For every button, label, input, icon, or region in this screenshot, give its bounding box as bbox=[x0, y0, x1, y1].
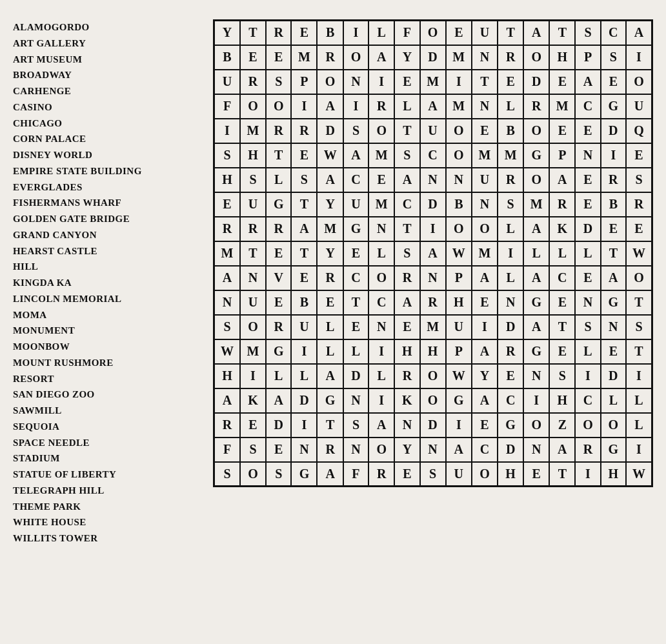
grid-cell: G bbox=[601, 438, 626, 462]
grid-cell: B bbox=[214, 45, 240, 70]
grid-cell: M bbox=[240, 119, 266, 143]
grid-cell: E bbox=[266, 290, 291, 315]
grid-cell: P bbox=[446, 339, 472, 364]
word-item: ALAMOGORDO bbox=[13, 19, 194, 35]
grid-cell: O bbox=[317, 70, 343, 94]
grid-cell: I bbox=[343, 21, 368, 45]
grid-row: IMRRDSOTUOEBOEEDQ bbox=[214, 119, 652, 143]
grid-row: ANVERCORNPALACEAO bbox=[214, 266, 652, 290]
grid-container: YTREBILFOEUTATSCABEEMROAYDMNROHPSIURSPON… bbox=[213, 13, 653, 631]
grid-cell: L bbox=[575, 241, 600, 266]
grid-cell: D bbox=[343, 364, 368, 388]
grid-cell: R bbox=[266, 315, 291, 339]
word-item: RESORT bbox=[13, 371, 194, 387]
grid-cell: O bbox=[420, 364, 446, 388]
grid-cell: R bbox=[626, 192, 652, 217]
grid-cell: T bbox=[549, 21, 575, 45]
grid-cell: G bbox=[523, 290, 549, 315]
grid-cell: I bbox=[523, 388, 549, 413]
word-item: SAWMILL bbox=[13, 403, 194, 419]
grid-cell: S bbox=[498, 192, 523, 217]
grid-cell: A bbox=[549, 438, 575, 462]
grid-cell: E bbox=[601, 70, 626, 94]
grid-cell: G bbox=[523, 339, 549, 364]
grid-cell: N bbox=[343, 388, 368, 413]
word-item: ART MUSEUM bbox=[13, 52, 194, 68]
grid-cell: T bbox=[266, 143, 291, 168]
grid-cell: O bbox=[368, 119, 394, 143]
grid-cell: E bbox=[266, 45, 291, 70]
grid-cell: E bbox=[394, 70, 419, 94]
grid-cell: O bbox=[626, 266, 652, 290]
grid-cell: W bbox=[317, 143, 343, 168]
grid-cell: A bbox=[420, 94, 446, 119]
grid-cell: G bbox=[601, 290, 626, 315]
word-item: WHITE HOUSE bbox=[13, 514, 194, 530]
grid-cell: T bbox=[240, 21, 266, 45]
grid-cell: N bbox=[394, 413, 419, 438]
word-item: SPACE NEEDLE bbox=[13, 435, 194, 451]
grid-cell: I bbox=[626, 45, 652, 70]
grid-cell: R bbox=[394, 266, 419, 290]
grid-cell: T bbox=[343, 290, 368, 315]
grid-cell: Y bbox=[317, 241, 343, 266]
grid-cell: M bbox=[446, 94, 472, 119]
grid-cell: O bbox=[343, 45, 368, 70]
grid-cell: Y bbox=[317, 192, 343, 217]
grid-cell: C bbox=[343, 168, 368, 192]
grid-cell: A bbox=[446, 438, 472, 462]
grid-cell: S bbox=[343, 119, 368, 143]
grid-row: MTETYELSAWMILLLTW bbox=[214, 241, 652, 266]
grid-cell: G bbox=[343, 217, 368, 241]
word-item: MOUNT RUSHMORE bbox=[13, 355, 194, 371]
grid-cell: R bbox=[549, 192, 575, 217]
grid-cell: A bbox=[394, 168, 419, 192]
grid-cell: I bbox=[575, 462, 600, 487]
grid-row: WMGILLIHHPARGELET bbox=[214, 339, 652, 364]
grid-cell: C bbox=[575, 94, 600, 119]
grid-cell: R bbox=[575, 438, 600, 462]
grid-cell: F bbox=[214, 438, 240, 462]
grid-cell: C bbox=[472, 438, 498, 462]
grid-cell: A bbox=[575, 70, 600, 94]
grid-cell: E bbox=[368, 168, 394, 192]
grid-cell: E bbox=[240, 413, 266, 438]
grid-cell: Y bbox=[472, 364, 498, 388]
grid-cell: N bbox=[420, 266, 446, 290]
grid-cell: W bbox=[446, 241, 472, 266]
grid-row: RRRAMGNTIOOLAKDEE bbox=[214, 217, 652, 241]
grid-row: FSENRNOYNACDNARGI bbox=[214, 438, 652, 462]
grid-cell: S bbox=[214, 462, 240, 487]
grid-cell: D bbox=[601, 364, 626, 388]
grid-cell: N bbox=[291, 438, 317, 462]
grid-cell: R bbox=[266, 21, 291, 45]
grid-cell: A bbox=[394, 290, 419, 315]
word-item: LINCOLN MEMORIAL bbox=[13, 291, 194, 307]
grid-cell: P bbox=[549, 143, 575, 168]
grid-row: REDITSANDIEGOZOOL bbox=[214, 413, 652, 438]
grid-cell: S bbox=[575, 21, 600, 45]
grid-cell: B bbox=[291, 290, 317, 315]
grid-cell: O bbox=[240, 94, 266, 119]
grid-cell: I bbox=[575, 364, 600, 388]
grid-cell: C bbox=[601, 21, 626, 45]
word-item: THEME PARK bbox=[13, 499, 194, 515]
grid-cell: H bbox=[446, 290, 472, 315]
grid-cell: M bbox=[420, 315, 446, 339]
grid-cell: G bbox=[266, 339, 291, 364]
grid-cell: N bbox=[420, 168, 446, 192]
grid-cell: U bbox=[472, 168, 498, 192]
grid-cell: R bbox=[498, 168, 523, 192]
grid-cell: B bbox=[446, 192, 472, 217]
grid-cell: I bbox=[291, 94, 317, 119]
word-item: SAN DIEGO ZOO bbox=[13, 387, 194, 403]
grid-cell: O bbox=[368, 266, 394, 290]
grid-cell: G bbox=[317, 388, 343, 413]
grid-cell: A bbox=[523, 315, 549, 339]
grid-cell: I bbox=[498, 241, 523, 266]
word-item: FISHERMANS WHARF bbox=[13, 195, 194, 211]
grid-cell: U bbox=[420, 119, 446, 143]
grid-cell: U bbox=[240, 192, 266, 217]
grid-cell: M bbox=[368, 143, 394, 168]
grid-cell: S bbox=[575, 315, 600, 339]
